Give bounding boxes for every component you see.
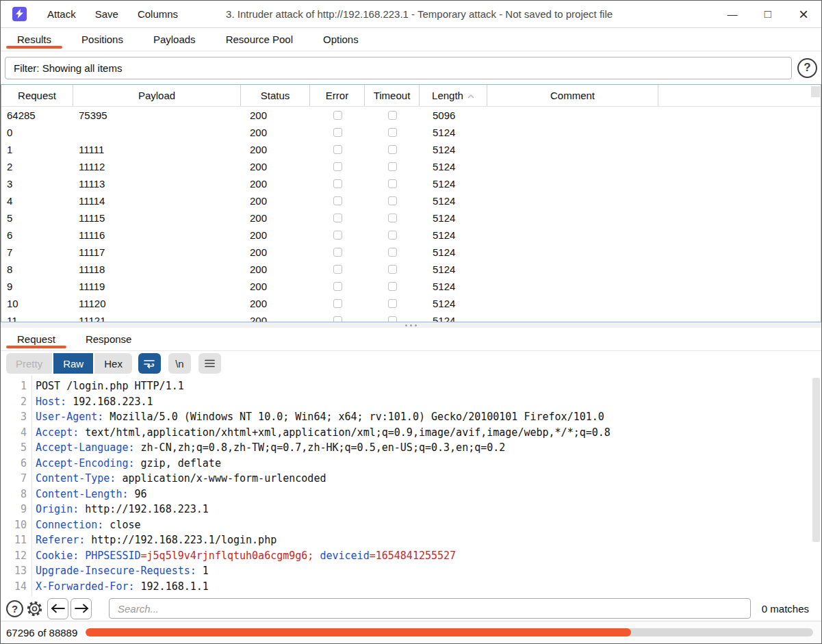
panel-splitter-handle[interactable] bbox=[1, 322, 821, 328]
line-content: Connection: close bbox=[27, 517, 141, 533]
error-checkbox[interactable] bbox=[333, 214, 342, 222]
error-checkbox[interactable] bbox=[333, 282, 342, 291]
error-checkbox[interactable] bbox=[333, 196, 342, 205]
table-row[interactable]: 4111142005124 bbox=[1, 192, 821, 209]
timeout-checkbox[interactable] bbox=[388, 179, 397, 188]
search-previous-button[interactable] bbox=[47, 598, 68, 619]
menu-item-save[interactable]: Save bbox=[86, 1, 128, 28]
table-row[interactable]: 02005124 bbox=[1, 124, 821, 141]
cell-timeout bbox=[365, 192, 420, 209]
maximize-button[interactable]: □ bbox=[750, 1, 786, 27]
tab-results[interactable]: Results bbox=[2, 28, 66, 51]
error-checkbox[interactable] bbox=[333, 145, 342, 154]
error-checkbox[interactable] bbox=[333, 248, 342, 257]
request-line: 1POST /login.php HTTP/1.1 bbox=[1, 378, 821, 394]
show-newlines-button[interactable]: \n bbox=[168, 353, 191, 374]
column-header-error[interactable]: Error bbox=[310, 85, 365, 106]
timeout-checkbox[interactable] bbox=[388, 316, 397, 322]
text-segment-plain: gzip, deflate bbox=[135, 457, 221, 469]
timeout-checkbox[interactable] bbox=[388, 231, 397, 240]
timeout-checkbox[interactable] bbox=[388, 162, 397, 171]
text-segment-header: Origin: bbox=[36, 503, 79, 515]
tab-options[interactable]: Options bbox=[308, 28, 374, 51]
table-row[interactable]: 11111212005124 bbox=[1, 312, 821, 322]
cell-status: 200 bbox=[241, 278, 310, 295]
table-scrollbar[interactable] bbox=[811, 86, 820, 97]
cell-error bbox=[310, 192, 365, 209]
tab-positions[interactable]: Positions bbox=[66, 28, 138, 51]
error-checkbox[interactable] bbox=[333, 265, 342, 274]
column-label: Timeout bbox=[374, 90, 411, 101]
editor-scrollbar[interactable] bbox=[812, 378, 820, 542]
error-checkbox[interactable] bbox=[333, 111, 342, 120]
menu-item-attack[interactable]: Attack bbox=[38, 1, 86, 28]
column-header-payload[interactable]: Payload bbox=[73, 85, 241, 106]
title-bar[interactable]: AttackSaveColumns 3. Intruder attack of … bbox=[1, 1, 821, 28]
cell-length: 5124 bbox=[420, 141, 487, 158]
timeout-checkbox[interactable] bbox=[388, 248, 397, 257]
request-line: 6Accept-Encoding: gzip, deflate bbox=[1, 456, 821, 472]
table-row[interactable]: 8111182005124 bbox=[1, 261, 821, 278]
table-row[interactable]: 10111202005124 bbox=[1, 295, 821, 312]
table-row[interactable]: 9111192005124 bbox=[1, 278, 821, 295]
cell-payload: 11121 bbox=[73, 312, 241, 322]
cell-filler bbox=[658, 295, 821, 312]
search-settings-button[interactable] bbox=[25, 600, 44, 618]
table-row[interactable]: 5111152005124 bbox=[1, 209, 821, 227]
hex-view-button[interactable]: Hex bbox=[94, 353, 132, 374]
column-header-status[interactable]: Status bbox=[241, 85, 310, 106]
table-row[interactable]: 2111122005124 bbox=[1, 158, 821, 175]
table-row[interactable]: 3111132005124 bbox=[1, 175, 821, 192]
line-number: 6 bbox=[1, 456, 27, 472]
editor-menu-button[interactable] bbox=[198, 353, 221, 374]
menu-item-columns[interactable]: Columns bbox=[128, 1, 188, 28]
text-segment-plain: 192.168.1.1 bbox=[135, 580, 209, 593]
help-icon[interactable]: ? bbox=[797, 58, 817, 78]
error-checkbox[interactable] bbox=[333, 316, 342, 322]
cell-comment bbox=[487, 261, 658, 278]
pretty-view-button[interactable]: Pretty bbox=[6, 353, 52, 374]
timeout-checkbox[interactable] bbox=[388, 145, 397, 154]
timeout-checkbox[interactable] bbox=[388, 128, 397, 137]
error-checkbox[interactable] bbox=[333, 179, 342, 188]
table-row[interactable]: 1111112005124 bbox=[1, 141, 821, 158]
tab-payloads[interactable]: Payloads bbox=[138, 28, 211, 51]
search-next-button[interactable] bbox=[70, 598, 92, 619]
timeout-checkbox[interactable] bbox=[388, 282, 397, 291]
timeout-checkbox[interactable] bbox=[388, 196, 397, 205]
search-help-icon[interactable]: ? bbox=[6, 600, 23, 617]
timeout-checkbox[interactable] bbox=[388, 299, 397, 308]
error-checkbox[interactable] bbox=[333, 162, 342, 171]
timeout-checkbox[interactable] bbox=[388, 214, 397, 222]
request-editor[interactable]: 1POST /login.php HTTP/1.12Host: 192.168.… bbox=[1, 376, 821, 596]
request-line: 10Connection: close bbox=[1, 517, 821, 533]
raw-view-button[interactable]: Raw bbox=[53, 353, 93, 374]
search-input[interactable] bbox=[109, 598, 751, 619]
timeout-checkbox[interactable] bbox=[388, 111, 397, 120]
timeout-checkbox[interactable] bbox=[388, 265, 397, 274]
tab-resource-pool[interactable]: Resource Pool bbox=[211, 28, 308, 51]
editor-tab-response[interactable]: Response bbox=[70, 328, 147, 350]
minimize-button[interactable]: — bbox=[715, 1, 750, 27]
text-segment-header: Upgrade-Insecure-Requests: bbox=[36, 565, 196, 577]
request-line: 5Accept-Language: zh-CN,zh;q=0.8,zh-TW;q… bbox=[1, 440, 821, 456]
close-button[interactable]: × bbox=[786, 1, 821, 27]
cell-timeout bbox=[365, 107, 420, 124]
error-checkbox[interactable] bbox=[333, 299, 342, 308]
text-segment-header: deviceid bbox=[313, 550, 369, 562]
column-header-length[interactable]: Length bbox=[420, 85, 487, 106]
soft-wrap-button[interactable] bbox=[138, 353, 161, 374]
error-checkbox[interactable] bbox=[333, 231, 342, 240]
table-row[interactable]: 7111172005124 bbox=[1, 244, 821, 261]
error-checkbox[interactable] bbox=[333, 128, 342, 137]
text-segment-plain: 192.168.223.1 bbox=[66, 396, 153, 408]
column-header-comment[interactable]: Comment bbox=[487, 85, 658, 106]
table-row[interactable]: 64285753952005096 bbox=[1, 107, 821, 124]
editor-tab-request[interactable]: Request bbox=[2, 328, 70, 350]
column-header-timeout[interactable]: Timeout bbox=[365, 85, 420, 106]
table-row[interactable]: 6111162005124 bbox=[1, 227, 821, 244]
column-header-request[interactable]: Request bbox=[1, 85, 73, 106]
filter-bar[interactable]: Filter: Showing all items bbox=[5, 57, 792, 79]
text-segment-header: Referer: bbox=[36, 534, 85, 546]
cell-status: 200 bbox=[241, 124, 310, 141]
